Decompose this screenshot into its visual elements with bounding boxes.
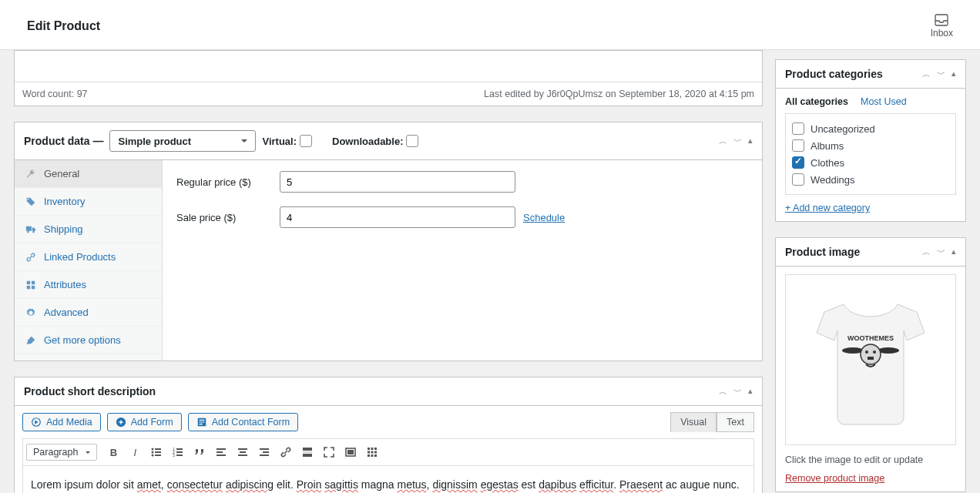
fullscreen-button[interactable] [319,442,339,462]
tab-advanced[interactable]: Advanced [15,299,162,327]
sale-price-input[interactable] [280,206,515,228]
svg-point-9 [152,451,154,454]
contact-form-icon [196,417,207,428]
svg-rect-33 [347,450,354,454]
svg-rect-36 [374,448,377,450]
svg-rect-3 [27,285,30,288]
bold-button[interactable]: B [103,442,123,462]
svg-point-47 [865,350,868,354]
distraction-free-button[interactable] [341,442,361,462]
panel-down-icon[interactable]: ﹀ [733,136,742,147]
svg-rect-21 [216,451,223,453]
text-tab[interactable]: Text [717,412,754,432]
svg-rect-4 [32,285,35,288]
svg-rect-34 [368,448,370,450]
inbox-button[interactable]: Inbox [931,14,953,39]
svg-rect-40 [368,454,370,457]
add-media-button[interactable]: Add Media [22,413,101,431]
svg-text:WOOTHEMES: WOOTHEMES [847,334,894,342]
svg-rect-11 [155,448,161,450]
tab-get-more-options[interactable]: Get more options [15,327,162,354]
numbered-list-button[interactable]: 123 [168,442,188,462]
panel-collapse-icon[interactable]: ▴ [748,136,753,147]
svg-text:3: 3 [173,453,175,458]
toolbar-toggle-button[interactable] [362,442,382,462]
sale-price-label: Sale price ($) [176,212,280,223]
category-checkbox-clothes[interactable] [792,156,804,169]
svg-rect-22 [216,454,226,456]
panel-collapse-icon[interactable]: ▴ [951,246,956,258]
category-checkbox-uncategorized[interactable] [792,122,804,135]
visual-tab[interactable]: Visual [670,412,717,432]
all-categories-tab[interactable]: All categories [785,96,848,107]
svg-rect-35 [371,448,374,450]
panel-up-icon[interactable]: ︿ [719,136,727,147]
panel-up-icon[interactable]: ︿ [719,386,727,397]
tab-linked-products[interactable]: Linked Products [15,243,162,271]
plus-icon [25,335,36,346]
schedule-link[interactable]: Schedule [523,212,565,223]
align-right-button[interactable] [254,442,274,462]
svg-rect-26 [260,448,269,450]
image-note: Click the image to edit or update [785,454,956,465]
align-left-button[interactable] [211,442,231,462]
svg-rect-17 [176,448,183,450]
svg-rect-39 [374,451,377,454]
svg-rect-19 [176,454,183,456]
wrench-icon [25,169,36,179]
svg-rect-23 [238,448,247,450]
category-checkbox-weddings[interactable] [792,173,804,186]
svg-point-10 [152,454,154,457]
svg-point-8 [152,448,154,451]
svg-rect-18 [176,451,183,453]
add-new-category-link[interactable]: + Add new category [785,203,870,213]
panel-collapse-icon[interactable]: ▴ [951,69,956,80]
panel-up-icon[interactable]: ︿ [922,69,931,80]
svg-rect-13 [155,454,161,456]
panel-down-icon[interactable]: ﹀ [937,246,945,258]
virtual-checkbox[interactable] [300,135,312,147]
product-data-title: Product data — [24,135,103,147]
svg-rect-38 [371,451,374,454]
readmore-button[interactable] [297,442,317,462]
paragraph-select[interactable]: Paragraph [26,444,97,461]
page-header: Edit Product Inbox [0,0,980,50]
tab-inventory[interactable]: Inventory [15,188,162,216]
downloadable-option[interactable]: Downloadable: [332,135,418,147]
product-type-select[interactable]: Simple product [109,130,256,152]
product-image-thumbnail[interactable]: WOOTHEMES [785,274,956,445]
tab-shipping[interactable]: Shipping [15,216,162,243]
svg-rect-42 [374,454,377,457]
inbox-icon [935,14,948,26]
regular-price-input[interactable] [280,171,515,193]
gear-icon [25,307,36,318]
most-used-tab[interactable]: Most Used [861,96,907,107]
svg-point-46 [861,344,881,364]
link-button[interactable] [276,442,296,462]
editor-content[interactable]: Lorem ipsum dolor sit amet, consectetur … [22,465,754,493]
svg-rect-24 [240,451,246,453]
category-checkbox-albums[interactable] [792,139,804,152]
svg-rect-0 [935,15,948,25]
align-center-button[interactable] [233,442,253,462]
remove-product-image-link[interactable]: Remove product image [785,473,884,484]
add-form-button[interactable]: Add Form [107,413,182,431]
panel-down-icon[interactable]: ﹀ [733,386,742,397]
bullet-list-button[interactable] [146,442,166,462]
tab-attributes[interactable]: Attributes [15,271,162,299]
svg-rect-1 [27,280,30,283]
tab-general[interactable]: General [15,160,162,188]
panel-collapse-icon[interactable]: ▴ [748,386,753,397]
svg-rect-41 [371,454,374,457]
link-icon [25,252,36,263]
virtual-option[interactable]: Virtual: [262,135,312,147]
regular-price-label: Regular price ($) [176,176,280,188]
product-data-panel: Product data — Simple product Virtual: D… [14,122,763,361]
italic-button[interactable]: I [125,442,145,462]
quote-button[interactable] [190,442,210,462]
panel-up-icon[interactable]: ︿ [922,246,931,258]
add-contact-form-button[interactable]: Add Contact Form [188,413,298,431]
downloadable-checkbox[interactable] [406,135,418,147]
tag-icon [25,196,36,207]
panel-down-icon[interactable]: ﹀ [937,69,945,80]
